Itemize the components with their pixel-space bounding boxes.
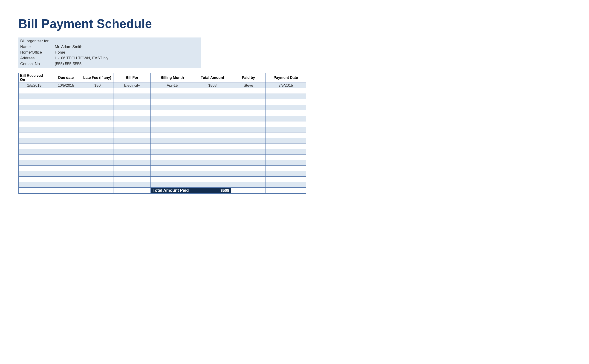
table-cell[interactable] (266, 116, 306, 121)
table-cell[interactable]: Apr-15 (151, 83, 194, 88)
table-cell[interactable] (231, 166, 266, 171)
table-cell[interactable] (266, 143, 306, 149)
table-cell[interactable] (113, 127, 151, 132)
table-cell[interactable] (266, 166, 306, 171)
table-cell[interactable] (19, 160, 50, 166)
table-cell[interactable] (194, 110, 231, 116)
table-cell[interactable] (50, 121, 82, 127)
table-cell[interactable] (194, 143, 231, 149)
table-cell[interactable] (231, 182, 266, 188)
table-cell[interactable] (151, 177, 194, 182)
table-cell[interactable] (231, 149, 266, 155)
table-cell[interactable] (113, 182, 151, 188)
table-cell[interactable] (113, 94, 151, 99)
table-cell[interactable] (50, 149, 82, 155)
table-cell[interactable] (151, 182, 194, 188)
table-cell[interactable] (194, 149, 231, 155)
table-cell[interactable] (19, 105, 50, 110)
table-cell[interactable] (113, 155, 151, 160)
table-cell[interactable] (50, 132, 82, 138)
table-cell[interactable] (82, 171, 113, 177)
table-cell[interactable] (266, 88, 306, 94)
table-cell[interactable] (113, 177, 151, 182)
table-cell[interactable] (151, 99, 194, 105)
table-cell[interactable] (50, 127, 82, 132)
table-cell[interactable] (231, 171, 266, 177)
table-cell[interactable] (266, 177, 306, 182)
table-cell[interactable] (82, 132, 113, 138)
table-cell[interactable] (231, 132, 266, 138)
table-cell[interactable] (151, 127, 194, 132)
table-cell[interactable] (113, 138, 151, 143)
table-cell[interactable] (113, 143, 151, 149)
table-cell[interactable] (19, 127, 50, 132)
table-cell[interactable] (113, 110, 151, 116)
table-cell[interactable] (19, 155, 50, 160)
table-cell[interactable] (19, 116, 50, 121)
table-cell[interactable] (82, 143, 113, 149)
table-cell[interactable]: $50 (82, 83, 113, 88)
table-cell[interactable] (231, 116, 266, 121)
table-cell[interactable] (194, 127, 231, 132)
table-cell[interactable]: 1/5/2015 (19, 83, 50, 88)
table-cell[interactable] (50, 94, 82, 99)
table-cell[interactable] (231, 138, 266, 143)
table-cell[interactable] (231, 155, 266, 160)
table-cell[interactable] (151, 105, 194, 110)
table-cell[interactable] (266, 110, 306, 116)
table-cell[interactable] (82, 110, 113, 116)
table-cell[interactable] (194, 88, 231, 94)
table-cell[interactable] (50, 105, 82, 110)
table-cell[interactable] (82, 155, 113, 160)
table-cell[interactable] (194, 99, 231, 105)
table-cell[interactable] (266, 99, 306, 105)
table-cell[interactable] (113, 166, 151, 171)
table-cell[interactable] (194, 105, 231, 110)
table-cell[interactable] (194, 132, 231, 138)
table-cell[interactable] (266, 127, 306, 132)
table-cell[interactable] (82, 160, 113, 166)
table-cell[interactable] (151, 110, 194, 116)
table-cell[interactable] (194, 121, 231, 127)
table-cell[interactable] (231, 110, 266, 116)
table-cell[interactable] (113, 99, 151, 105)
table-cell[interactable] (151, 149, 194, 155)
table-cell[interactable]: $508 (194, 83, 231, 88)
table-cell[interactable] (151, 121, 194, 127)
table-cell[interactable] (194, 116, 231, 121)
table-cell[interactable] (113, 132, 151, 138)
table-cell[interactable] (82, 105, 113, 110)
table-cell[interactable] (19, 149, 50, 155)
table-cell[interactable] (50, 166, 82, 171)
table-cell[interactable] (113, 88, 151, 94)
table-cell[interactable] (151, 88, 194, 94)
table-cell[interactable] (50, 155, 82, 160)
table-cell[interactable] (113, 171, 151, 177)
table-cell[interactable] (82, 166, 113, 171)
table-cell[interactable] (19, 121, 50, 127)
table-cell[interactable] (266, 182, 306, 188)
table-cell[interactable]: 7/5/2015 (266, 83, 306, 88)
table-cell[interactable] (194, 94, 231, 99)
table-cell[interactable] (82, 94, 113, 99)
table-cell[interactable] (19, 171, 50, 177)
table-cell[interactable] (231, 177, 266, 182)
table-cell[interactable] (151, 138, 194, 143)
table-cell[interactable] (113, 105, 151, 110)
table-cell[interactable] (151, 132, 194, 138)
table-cell[interactable] (19, 138, 50, 143)
table-cell[interactable] (50, 171, 82, 177)
table-cell[interactable] (113, 160, 151, 166)
table-cell[interactable] (266, 155, 306, 160)
table-cell[interactable] (50, 110, 82, 116)
table-cell[interactable]: Electricity (113, 83, 151, 88)
table-cell[interactable] (50, 160, 82, 166)
table-cell[interactable] (151, 143, 194, 149)
table-cell[interactable] (82, 182, 113, 188)
table-cell[interactable] (151, 160, 194, 166)
table-cell[interactable] (82, 138, 113, 143)
table-cell[interactable] (19, 88, 50, 94)
table-cell[interactable] (231, 121, 266, 127)
table-cell[interactable] (194, 171, 231, 177)
table-cell[interactable] (194, 160, 231, 166)
